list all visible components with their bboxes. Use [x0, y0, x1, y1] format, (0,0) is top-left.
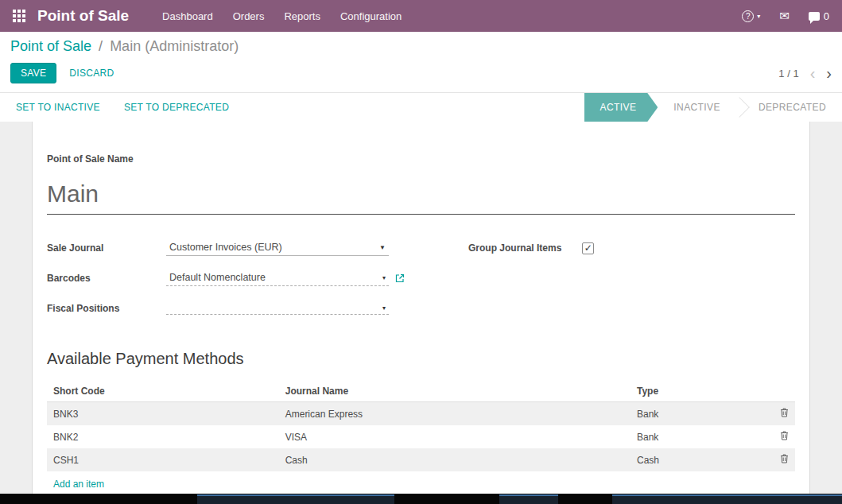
- cell-journal[interactable]: American Express: [279, 402, 631, 426]
- external-link-icon[interactable]: [395, 273, 405, 283]
- content-area: Point of Sale Name Main Sale Journal Cus…: [0, 122, 842, 502]
- cell-short-code[interactable]: BNK3: [47, 402, 279, 426]
- control-panel: Point of Sale / Main (Administrator) SAV…: [0, 32, 842, 92]
- pager-previous-icon[interactable]: ‹: [810, 65, 816, 81]
- dropdown-caret-icon: ▾: [382, 304, 386, 312]
- actions-row: SAVE DISCARD 1 / 1 ‹ ›: [10, 62, 832, 84]
- dropdown-caret-icon: ▾: [382, 274, 386, 281]
- statusbar-buttons: SET TO INACTIVE SET TO DEPRECATED: [16, 93, 229, 122]
- table-row[interactable]: CSH1 Cash Cash: [47, 448, 795, 471]
- col-journal-name: Journal Name: [279, 381, 631, 402]
- menu-configuration[interactable]: Configuration: [340, 10, 402, 22]
- group-journal-row: Group Journal Items ✓: [468, 238, 594, 258]
- stage-inactive[interactable]: INACTIVE: [658, 93, 736, 122]
- chat-count: 0: [824, 10, 829, 22]
- group-journal-label: Group Journal Items: [468, 242, 561, 254]
- taskbar-segment: [499, 494, 558, 504]
- app-title[interactable]: Point of Sale: [37, 7, 129, 25]
- delete-row-icon[interactable]: [780, 408, 789, 417]
- help-menu[interactable]: ? ▾: [742, 10, 760, 22]
- pos-name-label: Point of Sale Name: [47, 153, 795, 165]
- cell-short-code[interactable]: CSH1: [47, 448, 279, 471]
- topbar-right: ? ▾ ✉ 0: [742, 9, 829, 23]
- sale-journal-label: Sale Journal: [47, 242, 166, 254]
- table-header-row: Short Code Journal Name Type: [47, 381, 795, 402]
- pager-value: 1 / 1: [778, 68, 798, 79]
- delete-row-icon[interactable]: [780, 454, 789, 463]
- table-row[interactable]: BNK2 VISA Bank: [47, 425, 795, 448]
- cell-journal[interactable]: VISA: [279, 425, 631, 448]
- stage-deprecated[interactable]: DEPRECATED: [743, 93, 842, 122]
- discard-button[interactable]: DISCARD: [69, 68, 114, 79]
- breadcrumb-current: Main (Administrator): [110, 38, 239, 54]
- pager: 1 / 1 ‹ ›: [778, 65, 832, 81]
- form-right-column: Group Journal Items ✓: [468, 238, 594, 329]
- menu-dashboard[interactable]: Dashboard: [162, 10, 213, 22]
- cell-short-code[interactable]: BNK2: [47, 425, 279, 448]
- barcodes-row: Barcodes Default Nomenclature ▾: [47, 269, 405, 288]
- fiscal-positions-label: Fiscal Positions: [47, 303, 166, 314]
- cell-type[interactable]: Cash: [631, 448, 768, 471]
- menu-reports[interactable]: Reports: [284, 10, 320, 22]
- breadcrumb: Point of Sale / Main (Administrator): [10, 38, 832, 55]
- apps-grid-icon[interactable]: [13, 10, 25, 22]
- cell-journal[interactable]: Cash: [279, 448, 631, 471]
- payment-methods-title: Available Payment Methods: [47, 350, 795, 368]
- barcodes-label: Barcodes: [47, 273, 166, 284]
- chat-menu[interactable]: 0: [809, 10, 829, 22]
- set-to-inactive-button[interactable]: SET TO INACTIVE: [16, 102, 100, 113]
- cell-type[interactable]: Bank: [631, 402, 768, 426]
- col-short-code: Short Code: [47, 381, 279, 402]
- caret-down-icon: ▾: [757, 13, 760, 20]
- sale-journal-value: Customer Invoices (EUR): [169, 242, 282, 253]
- breadcrumb-parent[interactable]: Point of Sale: [10, 38, 91, 54]
- form-left-column: Sale Journal Customer Invoices (EUR) ▼ B…: [47, 238, 405, 329]
- set-to-deprecated-button[interactable]: SET TO DEPRECATED: [124, 102, 229, 113]
- taskbar-segment: [197, 494, 394, 504]
- cell-type[interactable]: Bank: [631, 425, 768, 448]
- taskbar-segment: [612, 494, 842, 504]
- fiscal-positions-input[interactable]: ▾: [166, 303, 389, 315]
- add-item-link[interactable]: Add an item: [47, 479, 104, 490]
- fiscal-positions-row: Fiscal Positions ▾: [47, 299, 405, 318]
- save-button[interactable]: SAVE: [10, 63, 56, 83]
- col-delete: [768, 381, 795, 402]
- statusbar: SET TO INACTIVE SET TO DEPRECATED ACTIVE…: [0, 92, 842, 122]
- delete-row-icon[interactable]: [780, 431, 789, 440]
- menu-orders[interactable]: Orders: [233, 10, 265, 22]
- bottom-window-strip: [0, 494, 842, 504]
- breadcrumb-separator: /: [99, 38, 103, 54]
- form-grid: Sale Journal Customer Invoices (EUR) ▼ B…: [47, 238, 795, 329]
- chat-bubble-icon: [809, 12, 820, 21]
- group-journal-checkbox[interactable]: ✓: [582, 242, 594, 254]
- top-navbar: Point of Sale Dashboard Orders Reports C…: [0, 0, 842, 32]
- sale-journal-row: Sale Journal Customer Invoices (EUR) ▼: [47, 238, 405, 258]
- form-sheet: Point of Sale Name Main Sale Journal Cus…: [32, 122, 810, 504]
- barcodes-value: Default Nomenclature: [169, 272, 266, 283]
- barcodes-input[interactable]: Default Nomenclature ▾: [166, 270, 389, 286]
- stage-active[interactable]: ACTIVE: [584, 93, 658, 122]
- main-menu: Dashboard Orders Reports Configuration: [162, 10, 421, 22]
- sale-journal-select[interactable]: Customer Invoices (EUR) ▼: [166, 240, 389, 256]
- select-caret-icon: ▼: [379, 244, 386, 251]
- status-stages: ACTIVE INACTIVE DEPRECATED: [584, 93, 842, 122]
- payment-methods-table: Short Code Journal Name Type BNK3 Americ…: [47, 381, 795, 471]
- pager-next-icon[interactable]: ›: [826, 65, 832, 81]
- help-icon: ?: [742, 10, 754, 22]
- pos-name-input[interactable]: Main: [47, 180, 795, 215]
- messages-icon[interactable]: ✉: [779, 9, 790, 23]
- col-type: Type: [631, 381, 768, 402]
- table-row[interactable]: BNK3 American Express Bank: [47, 402, 795, 426]
- odoo-pos-config-screen: Point of Sale Dashboard Orders Reports C…: [0, 0, 842, 504]
